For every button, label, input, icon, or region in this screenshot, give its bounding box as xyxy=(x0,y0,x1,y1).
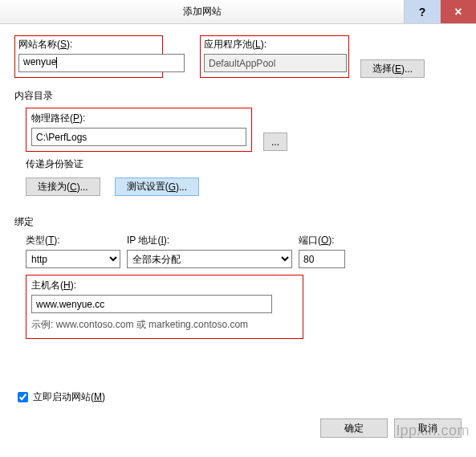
start-immediately-row: 立即启动网站(M) xyxy=(18,390,462,404)
binding-label: 绑定 xyxy=(14,215,462,229)
physical-path-label: 物理路径(P): xyxy=(31,112,246,125)
titlebar-buttons: ? × xyxy=(404,0,476,23)
hostname-input[interactable] xyxy=(31,295,272,313)
window-title: 添加网站 xyxy=(0,5,404,18)
ok-button[interactable]: 确定 xyxy=(320,418,388,438)
physical-path-input[interactable] xyxy=(31,128,246,146)
physical-path-group: 物理路径(P): xyxy=(26,108,252,152)
hostname-label: 主机名(H): xyxy=(31,279,298,292)
ip-group: IP 地址(I): 全部未分配 xyxy=(127,234,292,268)
browse-button[interactable]: ... xyxy=(263,133,287,151)
cancel-button[interactable]: 取消 xyxy=(394,418,462,438)
dialog-content: 网站名称(S): wenyue 应用程序池(L): 选择(E)... 内容目录 … xyxy=(0,24,476,410)
hostname-group: 主机名(H): 示例: www.contoso.com 或 marketing.… xyxy=(26,275,303,339)
type-group: 类型(T): http xyxy=(26,234,120,268)
content-directory-section: 物理路径(P): ... 传递身份验证 连接为(C)... 测试设置(G)... xyxy=(26,108,462,196)
dialog-footer: 确定 取消 xyxy=(0,410,476,446)
binding-section: 类型(T): http IP 地址(I): 全部未分配 端口(O): xyxy=(26,234,462,339)
top-row: 网站名称(S): wenyue 应用程序池(L): 选择(E)... xyxy=(14,35,462,78)
port-input[interactable] xyxy=(299,250,345,268)
hostname-example: 示例: www.contoso.com 或 marketing.contoso.… xyxy=(31,318,298,332)
select-app-pool-button[interactable]: 选择(E)... xyxy=(360,59,425,78)
test-settings-button[interactable]: 测试设置(G)... xyxy=(115,177,199,196)
ip-select[interactable]: 全部未分配 xyxy=(127,250,292,268)
type-label: 类型(T): xyxy=(26,234,120,247)
connect-as-button[interactable]: 连接为(C)... xyxy=(26,177,100,196)
help-button[interactable]: ? xyxy=(404,0,440,23)
binding-row: 类型(T): http IP 地址(I): 全部未分配 端口(O): xyxy=(26,234,462,268)
start-immediately-checkbox[interactable] xyxy=(18,392,28,402)
site-name-label: 网站名称(S): xyxy=(18,38,159,51)
type-select[interactable]: http xyxy=(26,250,120,268)
app-pool-group: 应用程序池(L): xyxy=(200,35,349,78)
site-name-input[interactable]: wenyue xyxy=(18,54,185,72)
app-pool-label: 应用程序池(L): xyxy=(204,38,345,51)
port-group: 端口(O): xyxy=(299,234,345,268)
app-pool-input xyxy=(204,54,347,72)
passthrough-label: 传递身份验证 xyxy=(26,157,462,171)
ip-label: IP 地址(I): xyxy=(127,234,292,247)
start-immediately-label[interactable]: 立即启动网站(M) xyxy=(33,390,105,404)
content-directory-label: 内容目录 xyxy=(14,89,462,103)
port-label: 端口(O): xyxy=(299,234,345,247)
close-button[interactable]: × xyxy=(440,0,476,23)
site-name-group: 网站名称(S): wenyue xyxy=(14,35,163,78)
titlebar: 添加网站 ? × xyxy=(0,0,476,24)
